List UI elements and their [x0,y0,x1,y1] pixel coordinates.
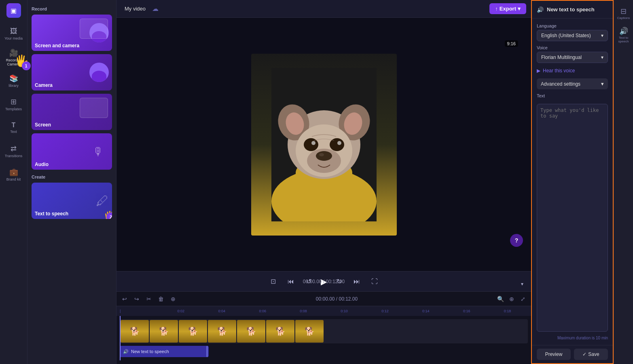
right-panel-outer: 🔊 New text to speech Language English (U… [531,0,614,364]
sidebar-item-label: Brand kit [6,178,21,182]
right-panel-content: Language English (United States) ▾ Voice… [532,19,613,345]
camera-card[interactable]: Camera [32,54,112,90]
save-label: Save [588,351,599,357]
text-icon: T [12,122,16,129]
ruler-mark-8: 0:16 [446,309,487,313]
record-camera-icon: 🎥 [9,48,18,57]
timeline-area: ↩ ↪ ✂ 🗑 ⊕ 00:00.00 / 00:12.00 🔍 ⊕ ⤢ | 0:… [116,291,531,364]
fit-timeline-button[interactable]: ⤢ [518,294,528,304]
sidebar-item-label: library [8,84,19,88]
export-icon: ↑ [495,6,498,12]
voice-label: Voice [537,45,608,50]
mic-deco: 🎙 [93,145,104,158]
zoom-controls: 🔍 ⊕ ⤢ [495,294,528,304]
tts-clip[interactable]: 🔊 New text to speech [120,346,209,357]
expand-timeline-button[interactable]: ▾ [517,278,528,290]
tts-panel-icon: 🔊 [537,6,544,13]
video-tab[interactable]: My video [121,4,149,13]
screen-card[interactable]: Screen [32,94,112,130]
thumb-2: 🐕 [150,320,178,343]
main-area: My video ☁ ↑ Export ▾ 9:16 [116,0,531,364]
copy-button[interactable]: ⊕ [168,294,178,304]
card-label: Audio [32,159,52,170]
track-handle-right[interactable] [206,346,208,357]
delete-button[interactable]: 🗑 [156,294,166,304]
fullscreen-button[interactable]: ⛶ [369,276,380,287]
tts-text-input[interactable] [537,104,608,332]
advanced-settings-row[interactable]: Advanced settings ▾ [537,78,608,89]
screen-deco [80,98,108,118]
right-panel-header: 🔊 New text to speech [532,1,613,19]
preview-button[interactable]: Preview [537,349,571,360]
record-section-title: Record [32,6,112,11]
advanced-settings-label: Advanced settings [541,81,580,87]
text-to-speech-sidebar-label: Text tospeech [618,36,629,44]
sidebar-item-label: Record &Camera [6,59,21,67]
card-label: Screen and camera [32,40,83,51]
ruler-mark-5: 0:10 [324,309,365,313]
zoom-in-button[interactable]: ⊕ [507,294,517,304]
sidebar-item-templates[interactable]: ⊞ Templates [2,93,25,116]
text-to-speech-card[interactable]: Text to speech 🖊 🖐 2 [32,183,112,219]
captions-item[interactable]: ⊟ Captions [615,3,632,23]
zoom-out-button[interactable]: 🔍 [495,294,505,304]
skip-back-button[interactable]: ⏮ [285,276,296,287]
thumb-3: 🐕 [179,320,207,343]
language-value: English (United States) [541,33,591,38]
left-sidebar: ▣ 🖼 Your media 🎥 Record &Camera 🖐 1 📚 li… [0,0,28,364]
sidebar-item-label: Your media [4,37,23,41]
timeline-ruler: | 0:02 0:04 0:06 0:08 0:10 0:12 0:14 0:1… [116,306,531,316]
templates-icon: ⊞ [11,97,17,106]
advanced-settings-chevron-icon: ▾ [601,81,604,87]
hear-voice-button[interactable]: ▶ Hear this voice [537,67,608,74]
language-dropdown[interactable]: English (United States) ▾ [537,30,608,41]
save-checkmark-icon: ✓ [582,351,586,357]
logo-symbol: ▣ [11,7,17,15]
card-label: Camera [32,80,56,90]
timeline-toolbar: ↩ ↪ ✂ 🗑 ⊕ 00:00.00 / 00:12.00 🔍 ⊕ ⤢ [116,292,531,306]
undo-button[interactable]: ↩ [120,294,129,304]
tts-deco: 🖊 [96,194,109,208]
skip-forward-button[interactable]: ⏭ [351,276,362,287]
subtitles-button[interactable]: ⊡ [267,276,279,287]
redo-button[interactable]: ↪ [132,294,142,304]
ruler-mark-2: 0:04 [201,309,242,313]
sidebar-item-text[interactable]: T Text [2,116,25,139]
svg-point-15 [337,141,341,145]
ruler-mark-4: 0:08 [283,309,324,313]
export-chevron-icon: ▾ [518,6,521,12]
thumb-4: 🐕 [208,320,236,343]
sidebar-item-brand-kit[interactable]: 💼 Brand kit [2,163,25,186]
audio-card[interactable]: Audio 🎙 [32,133,112,170]
ruler-mark-0: | [120,309,161,313]
sidebar-item-label: Text [10,130,17,134]
screen-camera-card[interactable]: Screen and camera [32,15,112,51]
cut-button[interactable]: ✂ [144,294,154,304]
cloud-save-icon: ☁ [152,5,159,13]
app-logo: ▣ [6,3,21,18]
timeline-time-text: 00:00.00 / 00:12.00 [316,296,358,302]
tts-clip-label: New text to speech [131,349,169,354]
max-duration-note: Maximum duration is 10 min [537,336,608,340]
screen-deco [80,19,108,39]
help-button[interactable]: ? [510,234,523,247]
aspect-ratio-badge: 9:16 [505,40,518,47]
library-icon: 📚 [9,74,18,83]
sidebar-item-transitions[interactable]: ⇄ Transitions [2,140,25,162]
card-label: Text to speech [32,208,72,219]
export-button[interactable]: ↑ Export ▾ [489,3,526,14]
sidebar-item-library[interactable]: 📚 library [2,69,25,92]
sidebar-item-record-camera[interactable]: 🎥 Record &Camera 🖐 1 [2,46,25,69]
create-section-title: Create [32,175,112,179]
dog-svg [271,68,377,221]
video-track: 🐕 🐕 🐕 🐕 🐕 🐕 🐕 [120,319,528,343]
text-to-speech-sidebar-item[interactable]: 🔊 Text tospeech [615,25,632,45]
person-deco [89,63,109,82]
save-button[interactable]: ✓ Save [574,349,608,360]
playhead[interactable] [120,316,121,360]
voice-dropdown[interactable]: Florian Multilingual ▾ [537,52,608,63]
sidebar-item-label: Templates [5,107,22,112]
captions-label: Captions [617,17,630,20]
sidebar-item-your-media[interactable]: 🖼 Your media [2,23,25,45]
video-area: 9:16 [116,18,531,271]
